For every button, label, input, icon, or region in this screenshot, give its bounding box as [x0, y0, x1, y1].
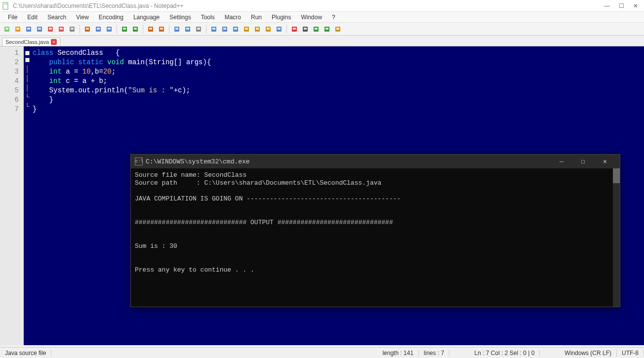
- svg-rect-42: [245, 28, 248, 30]
- minimize-button[interactable]: —: [604, 2, 610, 9]
- folder-icon[interactable]: [242, 24, 251, 34]
- svg-rect-16: [86, 28, 89, 30]
- line-number: 7: [0, 105, 19, 114]
- code-line[interactable]: }: [33, 105, 211, 114]
- maximize-button[interactable]: ☐: [619, 2, 624, 9]
- fold-column[interactable]: − − │ │ │ └ └: [24, 46, 31, 345]
- toolbar-separator: [143, 25, 143, 34]
- cut-icon[interactable]: [82, 24, 92, 34]
- menu-settings[interactable]: Settings: [164, 13, 196, 22]
- menubar: FileEditSearchViewEncodingLanguageSettin…: [0, 12, 644, 23]
- svg-rect-24: [134, 28, 137, 30]
- tabbar: SecondClass.java ×: [0, 36, 644, 46]
- svg-rect-18: [97, 28, 100, 30]
- menu-edit[interactable]: Edit: [22, 13, 42, 22]
- copy-icon[interactable]: [93, 24, 103, 34]
- tab-close-icon[interactable]: ×: [51, 39, 57, 45]
- save-macro-icon[interactable]: [333, 24, 343, 34]
- menu-file[interactable]: File: [3, 13, 22, 22]
- indent-guide-icon[interactable]: [231, 24, 241, 34]
- svg-rect-6: [27, 28, 30, 30]
- menu-encoding[interactable]: Encoding: [94, 13, 128, 22]
- stop-macro-icon[interactable]: [300, 24, 310, 34]
- cmd-scrollbar[interactable]: [613, 168, 620, 307]
- app-icon: [2, 2, 10, 10]
- undo-icon[interactable]: [120, 24, 129, 34]
- window-controls: — ☐ ✕: [604, 2, 642, 9]
- menu-[interactable]: ?: [327, 13, 340, 22]
- print-icon[interactable]: [67, 24, 77, 34]
- line-number: 4: [0, 77, 19, 86]
- open-file-icon[interactable]: [13, 24, 23, 34]
- fold-guide: │: [24, 65, 31, 74]
- close-button[interactable]: ✕: [633, 2, 638, 9]
- fold-guide: └: [24, 93, 31, 102]
- svg-rect-52: [304, 28, 307, 30]
- status-encoding: UTF-8: [617, 350, 644, 357]
- svg-rect-0: [3, 2, 8, 9]
- save-all-icon[interactable]: [35, 24, 44, 34]
- titlebar: C:\Users\sharad\Documents\ETL\SecondClas…: [0, 0, 644, 12]
- save-icon[interactable]: [24, 24, 34, 34]
- play-multi-icon[interactable]: [322, 24, 332, 34]
- cmd-maximize-button[interactable]: ☐: [572, 155, 594, 168]
- menu-search[interactable]: Search: [42, 13, 71, 22]
- svg-rect-28: [160, 28, 163, 30]
- record-macro-icon[interactable]: [289, 24, 299, 34]
- svg-rect-34: [197, 28, 200, 30]
- fold-toggle-icon[interactable]: −: [25, 51, 30, 55]
- svg-rect-20: [108, 28, 111, 30]
- menu-plugins[interactable]: Plugins: [267, 13, 296, 22]
- cmd-title-text: C:\WINDOWS\system32\cmd.exe: [146, 158, 250, 165]
- sync-icon[interactable]: [194, 24, 203, 34]
- code-line[interactable]: System.out.println("Sum is : "+c);: [33, 86, 211, 95]
- code-line[interactable]: }: [33, 95, 211, 105]
- cmd-close-button[interactable]: ✕: [594, 155, 616, 168]
- paste-icon[interactable]: [104, 24, 114, 34]
- doc-map-icon[interactable]: [252, 24, 262, 34]
- code-line[interactable]: class SecondClass {: [33, 48, 211, 58]
- code-line[interactable]: int c = a + b;: [33, 77, 211, 86]
- cmd-titlebar[interactable]: c:\ C:\WINDOWS\system32\cmd.exe — ☐ ✕: [131, 155, 620, 168]
- close-icon[interactable]: [45, 24, 55, 34]
- code-line[interactable]: public static void main(String[] args){: [33, 58, 211, 67]
- svg-rect-12: [60, 28, 63, 30]
- cmd-window-controls: — ☐ ✕: [551, 155, 616, 168]
- close-all-icon[interactable]: [56, 24, 66, 34]
- file-tab[interactable]: SecondClass.java ×: [2, 38, 60, 46]
- cmd-minimize-button[interactable]: —: [551, 155, 572, 168]
- menu-macro[interactable]: Macro: [220, 13, 246, 22]
- menu-tools[interactable]: Tools: [196, 13, 220, 22]
- svg-rect-8: [38, 28, 41, 30]
- cmd-window[interactable]: c:\ C:\WINDOWS\system32\cmd.exe — ☐ ✕ So…: [130, 154, 620, 307]
- func-list-icon[interactable]: [263, 24, 273, 34]
- replace-icon[interactable]: [157, 24, 166, 34]
- status-filetype: Java source file: [0, 350, 51, 357]
- zoom-in-icon[interactable]: [172, 24, 182, 34]
- fold-toggle-icon[interactable]: −: [25, 58, 30, 62]
- toolbar-separator: [169, 25, 169, 34]
- toolbar-separator: [206, 25, 206, 34]
- wordwrap-icon[interactable]: [209, 24, 219, 34]
- line-number: 1: [0, 48, 19, 58]
- menu-run[interactable]: Run: [246, 13, 267, 22]
- show-all-chars-icon[interactable]: [220, 24, 230, 34]
- svg-rect-2: [5, 28, 8, 30]
- zoom-out-icon[interactable]: [183, 24, 193, 34]
- menu-language[interactable]: Language: [128, 13, 164, 22]
- menu-view[interactable]: View: [71, 13, 94, 22]
- svg-rect-10: [49, 28, 52, 30]
- find-icon[interactable]: [146, 24, 156, 34]
- monitor-icon[interactable]: [274, 24, 284, 34]
- svg-rect-48: [278, 28, 281, 30]
- play-macro-icon[interactable]: [311, 24, 321, 34]
- new-file-icon[interactable]: [2, 24, 12, 34]
- code-line[interactable]: int a = 10,b=20;: [33, 67, 211, 77]
- cmd-output[interactable]: Source file name: SecondClass Source pat…: [131, 168, 620, 307]
- menu-window[interactable]: Window: [296, 13, 327, 22]
- window-title: C:\Users\sharad\Documents\ETL\SecondClas…: [13, 2, 604, 9]
- svg-rect-32: [186, 28, 189, 30]
- redo-icon[interactable]: [130, 24, 140, 34]
- fold-guide: │: [24, 83, 31, 93]
- cmd-scroll-thumb[interactable]: [613, 168, 620, 183]
